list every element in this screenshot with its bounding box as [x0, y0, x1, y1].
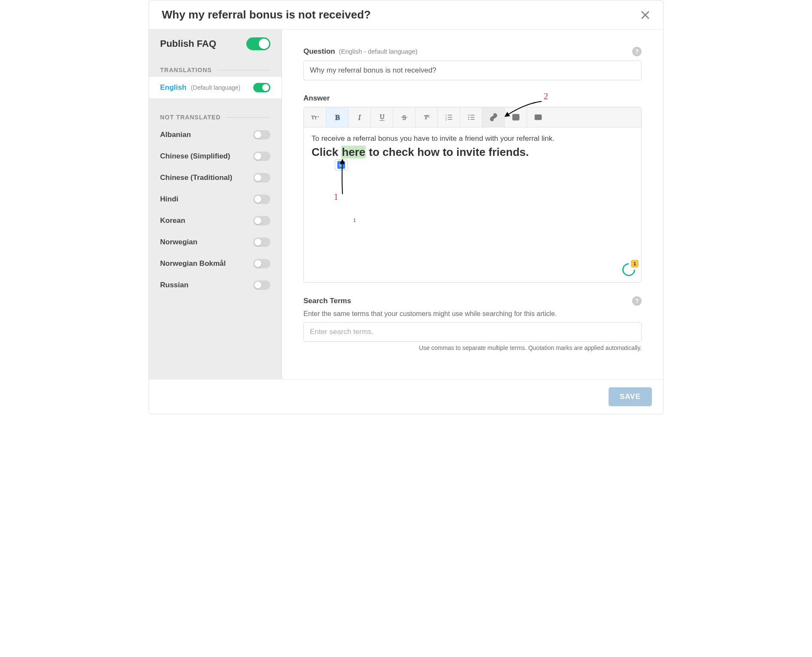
- faq-edit-modal: Why my referral bonus is not received? P…: [148, 0, 664, 414]
- svg-point-24: [514, 116, 515, 117]
- publish-faq-label: Publish FAQ: [160, 38, 216, 49]
- lang-row-hindi[interactable]: Hindi: [149, 189, 282, 210]
- toolbar-bold-icon[interactable]: B: [326, 107, 348, 127]
- translations-header: TRANSLATIONS: [149, 61, 282, 77]
- close-icon[interactable]: [640, 10, 650, 20]
- toolbar-italic-icon[interactable]: I: [348, 107, 371, 127]
- lang-toggle[interactable]: [253, 216, 270, 225]
- lang-name: Albanian: [160, 131, 191, 139]
- answer-label: Answer: [303, 94, 642, 103]
- lang-name: Chinese (Simplified): [160, 152, 230, 161]
- answer-line1: To receive a referral bonus you have to …: [312, 134, 633, 143]
- svg-text:B: B: [335, 113, 340, 122]
- lang-sub: (Default language): [191, 84, 240, 91]
- toolbar-paragraph-style-icon[interactable]: TT: [304, 107, 326, 127]
- lang-toggle-english[interactable]: [253, 83, 270, 92]
- svg-text:I: I: [358, 113, 361, 122]
- publish-row: Publish FAQ: [149, 30, 282, 61]
- google-translate-icon[interactable]: G: [335, 159, 348, 170]
- main-panel: Question (English - default language) ? …: [282, 30, 663, 379]
- publish-toggle[interactable]: [246, 37, 270, 50]
- question-help-icon[interactable]: ?: [632, 47, 642, 56]
- answer-editor: TT B I U S: [303, 107, 642, 283]
- toolbar-link-icon[interactable]: Insert Link (⌘K): [482, 107, 505, 127]
- save-button[interactable]: SAVE: [609, 387, 652, 406]
- search-hint: Use commas to separate multiple terms. Q…: [303, 344, 642, 351]
- toolbar-unordered-list-icon[interactable]: [460, 107, 482, 127]
- answer-line2-highlight: here: [341, 146, 366, 158]
- lang-name: Norwegian Bokmål: [160, 259, 226, 268]
- not-translated-header: NOT TRANSLATED: [149, 108, 282, 124]
- lang-toggle[interactable]: [253, 130, 270, 140]
- svg-text:T: T: [315, 116, 317, 120]
- lang-name: English: [160, 83, 186, 91]
- editor-toolbar: TT B I U S: [304, 107, 641, 128]
- lang-toggle[interactable]: [253, 195, 270, 204]
- toolbar-clear-format-icon[interactable]: T: [415, 107, 438, 127]
- svg-point-17: [468, 115, 469, 116]
- modal-header: Why my referral bonus is not received?: [149, 0, 663, 30]
- sidebar: Publish FAQ TRANSLATIONS English (Defaul…: [149, 30, 282, 379]
- search-label-row: Search Terms ?: [303, 296, 642, 306]
- answer-section: Answer 2 TT: [303, 94, 642, 283]
- lang-toggle[interactable]: [253, 259, 270, 268]
- toolbar-strikethrough-icon[interactable]: S: [393, 107, 415, 127]
- lang-name: Norwegian: [160, 238, 197, 246]
- lang-toggle[interactable]: [253, 152, 270, 161]
- question-label: Question (English - default language): [303, 47, 418, 56]
- editor-body[interactable]: To receive a referral bonus you have to …: [304, 128, 641, 282]
- lang-row-norwegian[interactable]: Norwegian: [149, 231, 282, 253]
- lang-toggle[interactable]: [253, 280, 270, 290]
- lang-name: Hindi: [160, 195, 179, 204]
- grammarly-count: 1: [631, 260, 639, 268]
- svg-text:S: S: [402, 114, 406, 121]
- lang-row-russian[interactable]: Russian: [149, 274, 282, 296]
- lang-row-chinese-simplified[interactable]: Chinese (Simplified): [149, 146, 282, 167]
- toolbar-image-icon[interactable]: [505, 107, 527, 127]
- lang-row-korean[interactable]: Korean: [149, 210, 282, 231]
- lang-row-english[interactable]: English (Default language): [149, 77, 282, 98]
- question-label-sub: (English - default language): [339, 48, 417, 55]
- modal-title: Why my referral bonus is not received?: [162, 8, 371, 21]
- question-label-text: Question: [303, 47, 335, 55]
- svg-point-19: [468, 119, 469, 120]
- answer-line2-pre: Click: [312, 146, 341, 158]
- svg-text:U: U: [380, 113, 385, 120]
- lang-name: Chinese (Traditional): [160, 173, 232, 182]
- search-label: Search Terms: [303, 297, 351, 305]
- search-terms-section: Search Terms ? Enter the same terms that…: [303, 296, 642, 351]
- lang-row-chinese-traditional[interactable]: Chinese (Traditional): [149, 167, 282, 189]
- search-help-icon[interactable]: ?: [632, 296, 642, 306]
- svg-point-18: [468, 117, 469, 118]
- lang-name: Russian: [160, 281, 188, 289]
- svg-text:T: T: [311, 115, 314, 120]
- modal-body: Publish FAQ TRANSLATIONS English (Defaul…: [149, 30, 663, 379]
- google-translate-g: G: [337, 161, 345, 169]
- question-input[interactable]: [303, 61, 642, 80]
- lang-row-norwegian-bokmal[interactable]: Norwegian Bokmål: [149, 253, 282, 274]
- answer-line2: Click here to check how to invite friend…: [312, 146, 633, 159]
- toolbar-video-icon[interactable]: [527, 107, 549, 127]
- stray-glyph: 1: [353, 218, 356, 223]
- modal-footer: SAVE: [149, 379, 663, 414]
- annotation-one: 1: [334, 192, 338, 202]
- answer-line2-post: to check how to invite friends.: [366, 146, 529, 158]
- question-label-row: Question (English - default language) ?: [303, 47, 642, 56]
- lang-name: Korean: [160, 216, 185, 225]
- search-terms-input[interactable]: [303, 322, 642, 342]
- toolbar-ordered-list-icon[interactable]: 123: [438, 107, 460, 127]
- search-desc: Enter the same terms that your customers…: [303, 310, 642, 318]
- grammarly-icon[interactable]: 1: [622, 263, 635, 276]
- lang-row-albanian[interactable]: Albanian: [149, 124, 282, 146]
- lang-toggle[interactable]: [253, 173, 270, 182]
- lang-toggle[interactable]: [253, 237, 270, 247]
- svg-text:3: 3: [445, 119, 446, 121]
- toolbar-underline-icon[interactable]: U: [371, 107, 393, 127]
